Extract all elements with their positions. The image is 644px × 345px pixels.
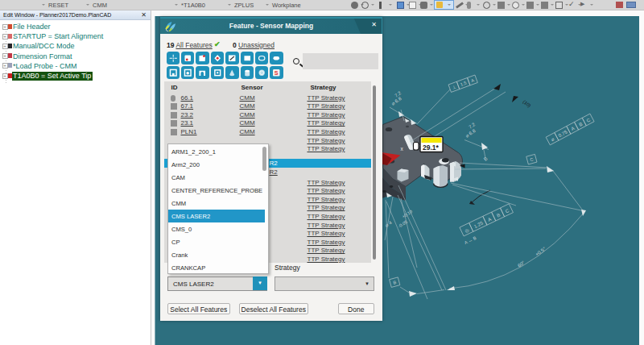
svg-text:S: S (275, 69, 279, 77)
svg-text:29.1*: 29.1* (423, 143, 440, 152)
